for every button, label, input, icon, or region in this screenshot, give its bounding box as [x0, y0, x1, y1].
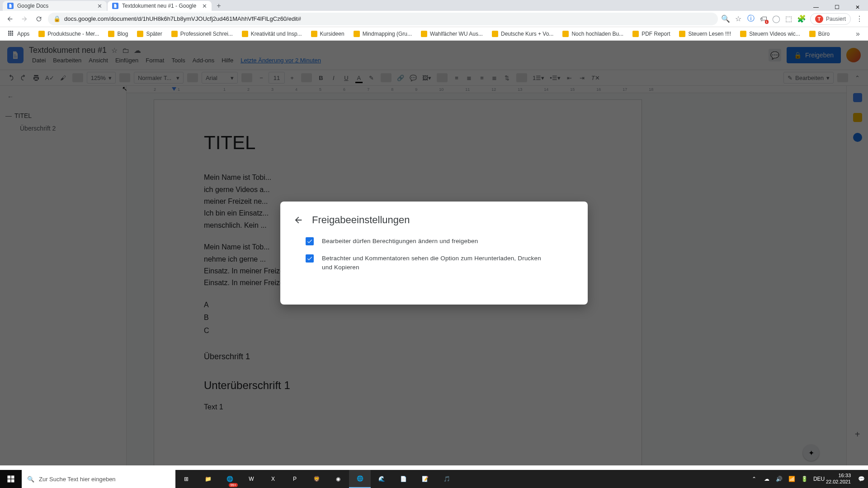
profile-chip[interactable]: T Pausiert: [810, 13, 851, 25]
tray-language[interactable]: DEU: [813, 476, 821, 482]
bookmark-item[interactable]: Steuern Lesen !!!!: [675, 28, 735, 39]
docs-favicon-icon: [7, 3, 14, 9]
checkbox-label: Bearbeiter dürfen Berechtigungen ändern …: [322, 237, 478, 246]
extensions-menu-icon[interactable]: 🧩: [797, 15, 806, 23]
bookmark-item[interactable]: Blog: [104, 28, 132, 39]
tab-close-icon[interactable]: ✕: [97, 3, 102, 9]
svg-rect-1: [11, 476, 14, 479]
tab-title: Google Docs: [17, 3, 48, 9]
bookmark-item[interactable]: Wahlfächer WU Aus...: [417, 28, 486, 39]
bookmark-item[interactable]: Später: [133, 28, 165, 39]
profile-avatar-icon: T: [815, 15, 823, 23]
url-text: docs.google.com/document/d/1hUH8k6h7Lb8y…: [64, 15, 301, 22]
browser-tab-active[interactable]: Textdokument neu #1 - Google ✕: [108, 1, 212, 11]
tray-onedrive-icon[interactable]: ☁: [763, 476, 771, 482]
profile-status: Pausiert: [826, 16, 846, 22]
taskbar-app-chrome[interactable]: 🌐: [349, 470, 371, 488]
zoom-icon[interactable]: 🔍: [722, 15, 730, 23]
windows-taskbar: 🔍 Zur Suche Text hier eingeben ⊞ 📁 🌐99+ …: [0, 470, 868, 488]
tab-title: Textdokument neu #1 - Google: [122, 3, 196, 9]
bookmark-item[interactable]: Steuern Videos wic...: [736, 28, 804, 39]
start-button[interactable]: [0, 470, 22, 488]
taskbar-app-word[interactable]: W: [241, 470, 262, 488]
taskbar-app-obs[interactable]: ◉: [327, 470, 349, 488]
taskbar-app-excel[interactable]: X: [262, 470, 284, 488]
nav-forward-button[interactable]: [19, 14, 30, 24]
new-tab-button[interactable]: +: [212, 1, 225, 11]
checkbox-editors-can-change[interactable]: [306, 237, 314, 245]
bookmark-item[interactable]: Kursideen: [307, 28, 348, 39]
mouse-cursor-icon: ↖: [122, 85, 127, 92]
bookmark-star-icon[interactable]: ☆: [734, 15, 742, 23]
apps-button[interactable]: Apps: [5, 28, 33, 39]
taskbar-app-powerpoint[interactable]: P: [284, 470, 306, 488]
svg-rect-2: [8, 479, 11, 483]
taskbar-search[interactable]: 🔍 Zur Suche Text hier eingeben: [22, 470, 175, 488]
tray-clock[interactable]: 16:33 22.02.2021: [826, 473, 853, 485]
window-minimize[interactable]: —: [806, 0, 826, 14]
taskbar-app-spotify[interactable]: 🎵: [436, 470, 458, 488]
browser-tab[interactable]: Google Docs ✕: [3, 1, 107, 11]
extension-icon[interactable]: ⓘ: [747, 15, 755, 23]
lock-icon: 🔒: [53, 15, 61, 22]
taskbar-app-acrobat[interactable]: 📄: [392, 470, 414, 488]
checkbox-label: Betrachter und Kommentatoren sehen die O…: [322, 254, 548, 272]
window-close[interactable]: ✕: [847, 0, 868, 14]
bookmark-item[interactable]: Noch hochladen Bu...: [559, 28, 627, 39]
bookmark-item[interactable]: Professionell Schrei...: [168, 28, 236, 39]
bookmarks-overflow[interactable]: »: [852, 28, 863, 39]
tab-close-icon[interactable]: ✕: [202, 3, 207, 9]
search-icon: 🔍: [27, 476, 34, 483]
window-maximize[interactable]: ☐: [826, 0, 847, 14]
taskbar-app-explorer[interactable]: 📁: [197, 470, 219, 488]
tray-wifi-icon[interactable]: 📶: [788, 476, 796, 482]
bookmark-item[interactable]: Kreativität und Insp...: [238, 28, 306, 39]
bookmark-item[interactable]: Deutsche Kurs + Vo...: [488, 28, 557, 39]
taskbar-app-edge-legacy[interactable]: 🌐99+: [219, 470, 241, 488]
nav-back-button[interactable]: [5, 14, 15, 24]
bookmark-item[interactable]: Büro: [806, 28, 833, 39]
svg-rect-0: [8, 476, 11, 479]
dialog-back-button[interactable]: [293, 215, 304, 225]
task-view-button[interactable]: ⊞: [175, 470, 197, 488]
svg-rect-3: [11, 479, 14, 483]
browser-tabstrip: Google Docs ✕ Textdokument neu #1 - Goog…: [0, 0, 868, 11]
docs-favicon-icon: [112, 3, 118, 9]
nav-reload-button[interactable]: [33, 14, 44, 24]
taskbar-app-edge[interactable]: 🌊: [371, 470, 392, 488]
browser-toolbar: 🔒 docs.google.com/document/d/1hUH8k6h7Lb…: [0, 11, 868, 27]
tray-notifications-icon[interactable]: 💬: [857, 476, 865, 482]
bookmark-item[interactable]: PDF Report: [629, 28, 674, 39]
address-bar[interactable]: 🔒 docs.google.com/document/d/1hUH8k6h7Lb…: [48, 13, 718, 25]
tray-battery-icon[interactable]: 🔋: [801, 476, 809, 482]
modal-overlay[interactable]: Freigabeeinstellungen Bearbeiter dürfen …: [0, 41, 868, 465]
extension-icon[interactable]: ◯: [772, 15, 780, 23]
search-placeholder: Zur Suche Text hier eingeben: [39, 476, 116, 483]
tray-overflow-icon[interactable]: ⌃: [750, 476, 758, 482]
dialog-title: Freigabeeinstellungen: [312, 214, 410, 226]
bookmarks-bar: Apps Produktsuche - Mer... Blog Später P…: [0, 27, 868, 41]
tray-volume-icon[interactable]: 🔊: [775, 476, 783, 482]
chrome-menu-icon[interactable]: ⋮: [855, 15, 863, 23]
bookmark-item[interactable]: Produktsuche - Mer...: [35, 28, 103, 39]
checkbox-viewers-can-download[interactable]: [306, 254, 314, 263]
taskbar-app-brave[interactable]: 🦁: [306, 470, 327, 488]
taskbar-app-notepad[interactable]: 📝: [414, 470, 436, 488]
extension-icon[interactable]: 🏷1: [760, 15, 768, 23]
bookmark-item[interactable]: Mindmapping (Gru...: [350, 28, 415, 39]
share-settings-dialog: Freigabeeinstellungen Bearbeiter dürfen …: [280, 202, 588, 305]
docs-app: Textdokument neu #1 ☆ 🗀 ☁ Datei Bearbeit…: [0, 41, 868, 465]
extension-icon[interactable]: ⬚: [785, 15, 793, 23]
